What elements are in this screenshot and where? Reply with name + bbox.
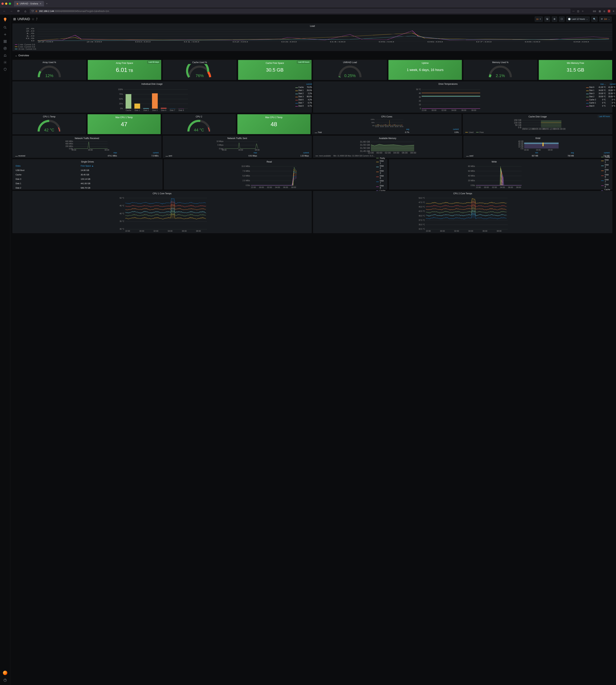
panel-cpu1-temp[interactable]: CPU 1 Temp 42 °C — [13, 114, 86, 134]
panel-ram[interactable]: RAM 0 B10 GB20 GB30 GB40 GB00:0004:0008:… — [463, 136, 612, 158]
user-avatar[interactable] — [3, 671, 7, 675]
library-icon[interactable]: ⫿⫿⫿ — [593, 10, 596, 13]
panel-title: Load — [13, 24, 612, 28]
svg-text:06:00: 06:00 — [508, 186, 513, 188]
svg-text:0: 0 — [420, 107, 421, 109]
panel-min-mem-free[interactable]: Min Memory Free 31.5 GB — [538, 60, 612, 80]
svg-text:03:00: 03:00 — [281, 41, 297, 43]
svg-text:02:00: 02:00 — [267, 186, 272, 188]
svg-text:08:00: 08:00 — [525, 41, 540, 43]
server-admin-icon[interactable] — [3, 67, 7, 71]
plus-icon[interactable] — [3, 33, 7, 36]
svg-rect-58 — [178, 108, 184, 109]
panel-cache-used[interactable]: Cache Used % 76% — [163, 60, 237, 80]
reload-button[interactable]: ⟳ — [16, 8, 21, 14]
overview-row-toggle[interactable]: ⌄ Overview — [13, 52, 612, 58]
grafana-logo[interactable] — [2, 17, 8, 22]
panel-net-rx[interactable]: Network Traffic Received 0 B/s200 MB/s40… — [13, 136, 161, 158]
svg-rect-52 — [152, 93, 158, 109]
menu-icon[interactable]: ≡ — [613, 10, 614, 13]
panel-uptime[interactable]: Uptime 1 week, 6 days, 16 hours — [388, 60, 462, 80]
panel-cpu2-cores[interactable]: CPU 2 Core Temps 32.5 °C35.0 °C37.5 °C40… — [313, 191, 612, 233]
more-icon[interactable]: ⋯ — [572, 10, 575, 13]
svg-text:10.0 MB/s: 10.0 MB/s — [241, 165, 250, 167]
svg-text:02:00: 02:00 — [154, 230, 158, 232]
home-button[interactable]: ⌂ — [23, 8, 28, 14]
account-icon[interactable]: ◎ — [603, 10, 605, 13]
save-button[interactable]: 🖫 — [545, 17, 550, 22]
panel-grid-icon[interactable]: ⊞ — [13, 17, 16, 21]
svg-text:00:00: 00:00 — [222, 149, 226, 151]
svg-text:2.0: 2.0 — [26, 30, 35, 32]
view-mode-button[interactable]: 🖵 — [559, 17, 565, 22]
reader-icon[interactable]: ◫ — [577, 10, 579, 13]
svg-text:04:00: 04:00 — [452, 109, 456, 111]
forward-button[interactable]: → — [9, 8, 14, 14]
svg-text:08:00: 08:00 — [196, 230, 201, 232]
svg-text:04:00: 04:00 — [275, 186, 280, 188]
panel-max-cpu2[interactable]: Max CPU 2 Temp 48 — [237, 114, 311, 134]
svg-text:09:00: 09:00 — [573, 41, 589, 43]
dashboard-title[interactable]: UNRAID — [17, 17, 30, 21]
panel-array-free[interactable]: Array Free Space Last 60 days 6.01TB — [88, 60, 161, 80]
configuration-icon[interactable] — [3, 61, 7, 64]
shield-icon[interactable]: 🛡 — [31, 10, 34, 13]
svg-rect-4 — [4, 40, 5, 41]
svg-text:06:00: 06:00 — [283, 186, 288, 188]
svg-text:75%: 75% — [119, 93, 123, 95]
back-button[interactable]: ← — [2, 8, 7, 14]
sidebar-icon[interactable]: ▤ — [599, 10, 601, 13]
address-bar[interactable]: 🛡 ⊘ 192.168.2.144:3000/d/000000000345/un… — [30, 8, 571, 14]
time-range-picker[interactable]: 🕐 Last 12 hours ⌄ — [566, 17, 590, 22]
panel-avail-mem[interactable]: Available Memory 31.45 GB31.50 GB31.55 G… — [313, 136, 462, 158]
help-icon[interactable] — [3, 678, 7, 682]
panel-load[interactable]: Load 00.51.01.52.02.522:0023:0000:0001:0… — [13, 23, 612, 51]
panel-cpu-cores[interactable]: CPU Cores 0%50%100%22:0000:0002:0004:000… — [312, 114, 461, 134]
add-panel-button[interactable]: ⫿⫾+ — [535, 17, 543, 22]
zoom-out-button[interactable]: 🔍 — [591, 17, 597, 22]
panel-memory-used[interactable]: Memory Used % 2.1% — [463, 60, 537, 80]
panel-cpu2[interactable]: CPU 2 44 °C — [162, 114, 236, 134]
settings-button[interactable]: ⚙ — [552, 17, 557, 22]
table-row: Cache30.45 GB — [13, 173, 162, 177]
svg-rect-54 — [161, 108, 167, 109]
panel-cache-disk[interactable]: Cache Disk Usage Last 48 hours 0 B50 GB1… — [463, 114, 612, 134]
panel-single-drives[interactable]: Single Drives DisksFree Space ▲ USB Boot… — [13, 159, 162, 190]
panel-unraid-load[interactable]: UNRAID Load 0.25% — [313, 60, 387, 80]
refresh-button[interactable]: ⟳ 1m ⌄ — [599, 17, 612, 22]
share-icon[interactable]: ⤴ — [36, 17, 38, 21]
panel-max-cpu1[interactable]: Max CPU 1 Temp 47 — [87, 114, 161, 134]
minimize-window[interactable] — [5, 3, 7, 5]
svg-text:00:00: 00:00 — [380, 126, 384, 128]
svg-text:01:00: 01:00 — [184, 41, 199, 43]
panel-disk-usage[interactable]: Individual Disk Usage 0%25%50%75%100%Cac… — [13, 82, 312, 113]
close-tab-icon[interactable]: ✕ — [40, 2, 41, 5]
panel-array-used[interactable]: Array Used % 12% — [13, 60, 86, 80]
svg-rect-5 — [5, 40, 6, 41]
dashboards-icon[interactable] — [3, 40, 7, 43]
close-window[interactable] — [1, 3, 4, 5]
svg-text:50 °C: 50 °C — [119, 197, 124, 199]
bookmark-icon[interactable]: ☆ — [582, 10, 584, 13]
alerting-icon[interactable] — [3, 53, 7, 57]
explore-icon[interactable] — [3, 47, 7, 50]
panel-cpu1-cores[interactable]: CPU 1 Core Temps 30 °C35 °C40 °C45 °C50 … — [13, 191, 312, 233]
svg-text:05:00: 05:00 — [379, 41, 394, 43]
site-info-icon[interactable]: ⊘ — [36, 10, 37, 13]
search-icon[interactable] — [3, 26, 7, 29]
new-tab-button[interactable]: + — [45, 1, 49, 6]
panel-net-tx[interactable]: Network Traffic Sent 0 bps5 Mbps10 Mbps0… — [163, 136, 312, 158]
svg-rect-222 — [543, 143, 544, 146]
panel-write[interactable]: Write0 B/s20 MB/s40 MB/s60 MB/s80 MB/s22… — [389, 159, 612, 190]
svg-text:02:00: 02:00 — [454, 230, 459, 232]
panel-cache-free[interactable]: Cache Free Space Last 48 hours 30.5 GB — [238, 60, 312, 80]
browser-tab[interactable]: ◉ UNRAID - Grafana ✕ — [14, 1, 44, 6]
star-icon[interactable]: ☆ — [31, 17, 35, 21]
maximize-window[interactable] — [9, 3, 11, 5]
panel-read[interactable]: Read0 B/s2.5 MB/s5.0 MB/s7.5 MB/s10.0 MB… — [164, 159, 388, 190]
extension-icon[interactable]: 1 — [608, 10, 610, 13]
svg-text:08:00: 08:00 — [471, 109, 476, 111]
panel-drive-temps[interactable]: Drive Temperatures 01020304050 °C22:0000… — [313, 82, 612, 113]
svg-text:Disk 2: Disk 2 — [144, 109, 149, 111]
window-controls[interactable] — [1, 3, 13, 5]
